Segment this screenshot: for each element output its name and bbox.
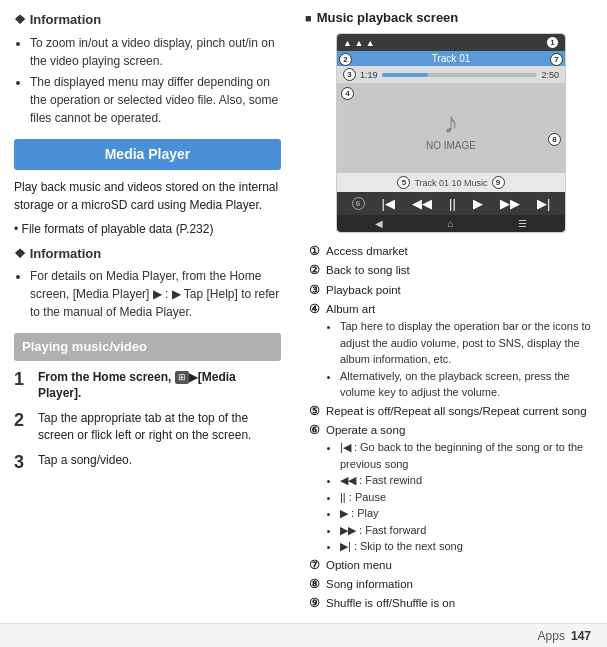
annotation-8: 8: [548, 133, 561, 146]
ann-item-5: ⑤ Repeat is off/Repeat all songs/Repeat …: [309, 403, 597, 420]
info-list-1: To zoom in/out a video display, pinch ou…: [14, 34, 281, 127]
annotation-7: 7: [550, 53, 563, 66]
annotation-6: 6: [352, 197, 365, 210]
annotation-9: 9: [492, 176, 505, 189]
step-3-num: 3: [14, 452, 32, 474]
player-nav: ◀ ⌂ ☰: [337, 215, 565, 232]
ann-item-3: ③ Playback point: [309, 282, 597, 299]
apps-label: Apps: [538, 629, 565, 643]
annotation-4: 4: [341, 87, 354, 100]
player-mockup: ▲ ▲ ▲ 1 2 Track 01 7 3 1:19 2:50 4: [336, 33, 566, 233]
info-section-1: Information To zoom in/out a video displ…: [14, 10, 281, 127]
step-2: 2 Tap the appropriate tab at the top of …: [14, 410, 281, 444]
progress-fill: [382, 73, 429, 77]
right-column: Music playback screen ▲ ▲ ▲ 1 2 Track 01…: [295, 0, 607, 647]
playing-banner: Playing music/video: [14, 333, 281, 361]
info-title-2: Information: [14, 244, 281, 264]
page-number: 147: [571, 629, 591, 643]
back-btn[interactable]: ◀: [375, 218, 383, 229]
annotation-3: 3: [343, 68, 356, 81]
status-icons: ▲ ▲ ▲: [343, 38, 375, 48]
ann-4-sub-2: Alternatively, on the playback screen, p…: [340, 368, 597, 401]
player-info-row: 5 Track 01 10 Music 9: [337, 173, 565, 192]
ann-item-6: ⑥ Operate a song |◀ : Go back to the beg…: [309, 422, 597, 555]
ann-6-sub-2: ◀◀ : Fast rewind: [340, 472, 597, 489]
prev-song-btn[interactable]: |◀: [382, 196, 395, 211]
step-1-text: From the Home screen, ⊞▶[Media Player].: [38, 369, 281, 403]
player-top-bar: ▲ ▲ ▲ 1: [337, 34, 565, 51]
time-end: 2:50: [541, 70, 559, 80]
media-player-file-formats: • File formats of playable data (P.232): [14, 220, 281, 238]
media-player-intro: Play back music and videos stored on the…: [14, 178, 281, 214]
step-3-text: Tap a song/video.: [38, 452, 132, 469]
ann-6-sub-5: ▶▶ : Fast forward: [340, 522, 597, 539]
fast-rewind-btn[interactable]: ◀◀: [412, 196, 432, 211]
step-3: 3 Tap a song/video.: [14, 452, 281, 474]
step-1: 1 From the Home screen, ⊞▶[Media Player]…: [14, 369, 281, 403]
ann-item-7: ⑦ Option menu: [309, 557, 597, 574]
music-note-icon: ♪: [444, 106, 459, 140]
media-player-banner: Media Player: [14, 139, 281, 170]
ann-item-8: ⑧ Song information: [309, 576, 597, 593]
no-image-text: NO IMAGE: [426, 140, 476, 151]
step-2-text: Tap the appropriate tab at the top of th…: [38, 410, 281, 444]
ann-6-sub-3: || : Pause: [340, 489, 597, 506]
home-btn[interactable]: ⌂: [447, 218, 453, 229]
next-song-btn[interactable]: ▶|: [537, 196, 550, 211]
track-info: Track 01 10 Music: [414, 178, 487, 188]
annotation-5: 5: [397, 176, 410, 189]
player-controls: 6 |◀ ◀◀ || ▶ ▶▶ ▶|: [337, 192, 565, 215]
ann-6-sub-6: ▶| : Skip to the next song: [340, 538, 597, 555]
left-column: Information To zoom in/out a video displ…: [0, 0, 295, 647]
ann-item-9: ⑨ Shuffle is off/Shuffle is on: [309, 595, 597, 612]
info-item-3: For details on Media Player, from the Ho…: [30, 267, 281, 321]
info-section-2: Information For details on Media Player,…: [14, 244, 281, 322]
pause-btn[interactable]: ||: [449, 196, 456, 211]
fast-forward-btn[interactable]: ▶▶: [500, 196, 520, 211]
ann-item-4: ④ Album art Tap here to display the oper…: [309, 301, 597, 401]
ann-item-1: ① Access dmarket: [309, 243, 597, 260]
ann-6-sub-1: |◀ : Go back to the beginning of the son…: [340, 439, 597, 472]
annotation-1: 1: [546, 36, 559, 49]
ann-6-sub-4: ▶ : Play: [340, 505, 597, 522]
menu-btn[interactable]: ☰: [518, 218, 527, 229]
ann-item-2: ② Back to song list: [309, 262, 597, 279]
album-art: 4 ♪ NO IMAGE 8: [337, 83, 565, 173]
bottom-bar: Apps 147: [0, 623, 607, 647]
ann-4-sub-1: Tap here to display the operation bar or…: [340, 318, 597, 368]
annotations-list: ① Access dmarket ② Back to song list ③ P…: [305, 243, 597, 612]
section-header: Music playback screen: [305, 10, 597, 25]
info-list-2: For details on Media Player, from the Ho…: [14, 267, 281, 321]
player-track-bar: 2 Track 01 7: [337, 51, 565, 66]
info-item-2: The displayed menu may differ depending …: [30, 73, 281, 127]
step-1-num: 1: [14, 369, 32, 391]
track-name: Track 01: [343, 53, 559, 64]
play-btn[interactable]: ▶: [473, 196, 483, 211]
info-item-1: To zoom in/out a video display, pinch ou…: [30, 34, 281, 70]
step-2-num: 2: [14, 410, 32, 432]
time-bar-container: 3 1:19 2:50: [337, 66, 565, 83]
info-title-1: Information: [14, 10, 281, 30]
annotation-2: 2: [339, 53, 352, 66]
progress-bar: [382, 73, 538, 77]
time-start: 1:19: [360, 70, 378, 80]
